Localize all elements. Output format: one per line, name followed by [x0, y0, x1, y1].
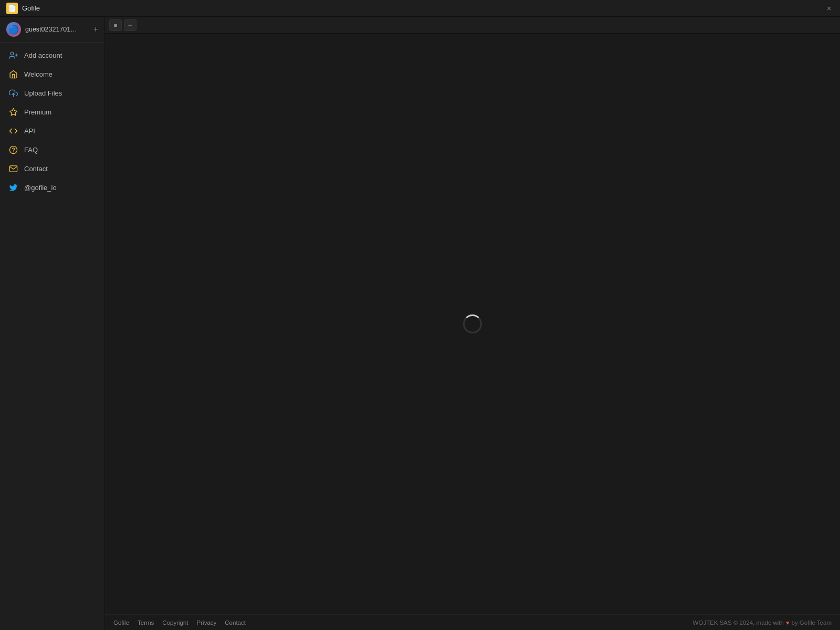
titlebar: 📄 Gofile ×: [0, 0, 840, 17]
footer-copyright: WOJTEK SAS © 2024, made with ♥ by Gofile…: [693, 620, 832, 626]
home-icon: [8, 69, 18, 79]
sidebar: 🔵 guest02321701… + Add account: [0, 17, 105, 630]
sidebar-item-label: Contact: [24, 165, 48, 173]
content-main: [105, 34, 840, 614]
sidebar-item-api[interactable]: API: [0, 121, 104, 140]
footer-link-privacy[interactable]: Privacy: [197, 620, 217, 626]
content-toolbar: ≡ ←: [105, 17, 840, 34]
code-icon: [8, 126, 18, 135]
sidebar-item-welcome[interactable]: Welcome: [0, 65, 104, 83]
content-area: ≡ ← Gofile Terms Copyright Privacy Conta…: [105, 17, 840, 630]
close-button[interactable]: ×: [824, 4, 834, 13]
sidebar-item-label: API: [24, 127, 35, 135]
footer-links: Gofile Terms Copyright Privacy Contact: [113, 620, 246, 626]
svg-marker-4: [9, 108, 17, 115]
sidebar-item-label: @gofile_io: [24, 184, 57, 192]
mail-icon: [8, 164, 18, 173]
sidebar-item-label: Upload Files: [24, 89, 62, 97]
app-logo: 📄 Gofile: [6, 3, 40, 14]
footer-link-copyright[interactable]: Copyright: [162, 620, 188, 626]
app-body: 🔵 guest02321701… + Add account: [0, 17, 840, 630]
app-logo-icon: 📄: [6, 3, 18, 14]
person-plus-icon: [8, 50, 18, 60]
sidebar-item-label: Welcome: [24, 70, 52, 78]
account-switcher[interactable]: 🔵 guest02321701… +: [0, 17, 104, 43]
footer-link-gofile[interactable]: Gofile: [113, 620, 129, 626]
star-icon: [8, 107, 18, 117]
sidebar-item-twitter[interactable]: @gofile_io: [0, 178, 104, 197]
menu-icon: ≡: [114, 22, 117, 28]
sidebar-item-faq[interactable]: FAQ: [0, 140, 104, 159]
sidebar-nav: Add account Welcome: [0, 43, 104, 630]
sidebar-item-label: FAQ: [24, 146, 38, 154]
sidebar-item-contact[interactable]: Contact: [0, 159, 104, 178]
sidebar-item-add-account[interactable]: Add account: [0, 46, 104, 65]
svg-point-5: [9, 146, 17, 153]
footer-by-team: by Gofile Team: [792, 620, 832, 626]
twitter-icon: [8, 183, 18, 192]
footer-link-terms[interactable]: Terms: [138, 620, 154, 626]
sidebar-item-premium[interactable]: Premium: [0, 102, 104, 121]
loading-spinner: [463, 314, 482, 333]
footer-heart-icon: ♥: [786, 620, 790, 626]
sidebar-item-label: Premium: [24, 108, 51, 116]
footer-copyright-text: WOJTEK SAS © 2024, made with: [693, 620, 784, 626]
logo-emoji: 📄: [8, 4, 16, 12]
sidebar-item-label: Add account: [24, 51, 62, 59]
back-button[interactable]: ←: [124, 19, 136, 31]
account-name: guest02321701…: [25, 26, 89, 33]
footer-link-contact[interactable]: Contact: [225, 620, 246, 626]
menu-toggle-button[interactable]: ≡: [109, 19, 122, 31]
svg-point-0: [10, 52, 14, 55]
help-circle-icon: [8, 145, 18, 154]
app-title: Gofile: [22, 4, 40, 12]
back-icon: ←: [128, 22, 133, 28]
upload-cloud-icon: [8, 88, 18, 98]
add-account-icon: +: [93, 25, 98, 34]
footer: Gofile Terms Copyright Privacy Contact W…: [105, 614, 840, 630]
sidebar-item-upload-files[interactable]: Upload Files: [0, 83, 104, 102]
avatar: 🔵: [6, 22, 21, 37]
